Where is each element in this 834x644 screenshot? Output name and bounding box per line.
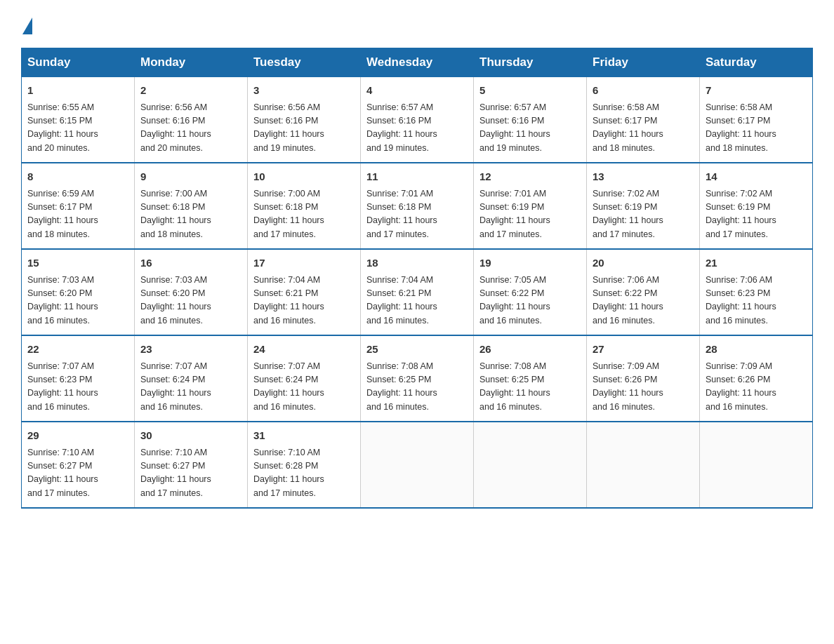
day-info: Sunrise: 7:04 AMSunset: 6:21 PMDaylight:… <box>253 274 355 328</box>
day-number: 30 <box>140 428 241 444</box>
day-number: 14 <box>706 169 807 185</box>
logo <box>21 14 32 34</box>
day-number: 18 <box>366 255 468 271</box>
calendar-cell: 31Sunrise: 7:10 AMSunset: 6:28 PMDayligh… <box>248 422 361 508</box>
calendar-cell: 11Sunrise: 7:01 AMSunset: 6:18 PMDayligh… <box>361 163 474 249</box>
calendar-cell: 6Sunrise: 6:58 AMSunset: 6:17 PMDaylight… <box>587 77 700 163</box>
day-info: Sunrise: 7:05 AMSunset: 6:22 PMDaylight:… <box>479 274 581 328</box>
day-number: 20 <box>593 255 694 271</box>
day-info: Sunrise: 7:00 AMSunset: 6:18 PMDaylight:… <box>140 187 241 242</box>
calendar-cell <box>587 422 700 508</box>
calendar-cell: 12Sunrise: 7:01 AMSunset: 6:19 PMDayligh… <box>474 163 587 249</box>
calendar-cell: 26Sunrise: 7:08 AMSunset: 6:25 PMDayligh… <box>474 335 587 422</box>
calendar-cell: 20Sunrise: 7:06 AMSunset: 6:22 PMDayligh… <box>587 249 700 335</box>
day-number: 27 <box>593 342 694 358</box>
col-header-wednesday: Wednesday <box>361 48 474 77</box>
calendar-cell: 21Sunrise: 7:06 AMSunset: 6:23 PMDayligh… <box>700 249 813 335</box>
calendar-cell: 17Sunrise: 7:04 AMSunset: 6:21 PMDayligh… <box>248 249 361 335</box>
day-info: Sunrise: 7:07 AMSunset: 6:24 PMDaylight:… <box>140 360 241 415</box>
calendar-week-row: 29Sunrise: 7:10 AMSunset: 6:27 PMDayligh… <box>22 422 813 508</box>
day-number: 28 <box>706 342 807 358</box>
calendar-cell: 13Sunrise: 7:02 AMSunset: 6:19 PMDayligh… <box>587 163 700 249</box>
day-info: Sunrise: 6:57 AMSunset: 6:16 PMDaylight:… <box>479 101 581 156</box>
day-info: Sunrise: 6:59 AMSunset: 6:17 PMDaylight:… <box>27 187 128 242</box>
col-header-tuesday: Tuesday <box>248 48 361 77</box>
calendar-cell <box>700 422 813 508</box>
calendar-cell <box>474 422 587 508</box>
day-number: 31 <box>253 428 355 444</box>
day-info: Sunrise: 6:58 AMSunset: 6:17 PMDaylight:… <box>706 101 807 156</box>
day-number: 4 <box>366 83 468 99</box>
day-info: Sunrise: 7:01 AMSunset: 6:18 PMDaylight:… <box>366 187 468 242</box>
calendar-cell: 19Sunrise: 7:05 AMSunset: 6:22 PMDayligh… <box>474 249 587 335</box>
day-info: Sunrise: 7:07 AMSunset: 6:23 PMDaylight:… <box>27 360 128 415</box>
day-number: 23 <box>140 342 241 358</box>
day-info: Sunrise: 6:56 AMSunset: 6:16 PMDaylight:… <box>140 101 241 156</box>
day-number: 9 <box>140 169 241 185</box>
day-number: 11 <box>366 169 468 185</box>
day-number: 15 <box>27 255 128 271</box>
day-info: Sunrise: 7:02 AMSunset: 6:19 PMDaylight:… <box>593 187 694 242</box>
day-info: Sunrise: 7:03 AMSunset: 6:20 PMDaylight:… <box>27 274 128 328</box>
col-header-friday: Friday <box>587 48 700 77</box>
logo-triangle-icon <box>22 18 32 34</box>
day-info: Sunrise: 7:10 AMSunset: 6:27 PMDaylight:… <box>140 446 241 501</box>
calendar-cell: 28Sunrise: 7:09 AMSunset: 6:26 PMDayligh… <box>700 335 813 422</box>
calendar-week-row: 1Sunrise: 6:55 AMSunset: 6:15 PMDaylight… <box>22 77 813 163</box>
day-info: Sunrise: 7:03 AMSunset: 6:20 PMDaylight:… <box>140 274 241 328</box>
calendar-cell: 1Sunrise: 6:55 AMSunset: 6:15 PMDaylight… <box>22 77 135 163</box>
calendar-week-row: 8Sunrise: 6:59 AMSunset: 6:17 PMDaylight… <box>22 163 813 249</box>
day-info: Sunrise: 6:57 AMSunset: 6:16 PMDaylight:… <box>366 101 468 156</box>
day-info: Sunrise: 7:06 AMSunset: 6:22 PMDaylight:… <box>593 274 694 328</box>
day-info: Sunrise: 6:55 AMSunset: 6:15 PMDaylight:… <box>27 101 128 156</box>
day-number: 26 <box>479 342 581 358</box>
day-info: Sunrise: 6:58 AMSunset: 6:17 PMDaylight:… <box>593 101 694 156</box>
calendar-cell: 16Sunrise: 7:03 AMSunset: 6:20 PMDayligh… <box>135 249 248 335</box>
calendar-cell: 18Sunrise: 7:04 AMSunset: 6:21 PMDayligh… <box>361 249 474 335</box>
day-number: 3 <box>253 83 355 99</box>
calendar-cell: 8Sunrise: 6:59 AMSunset: 6:17 PMDaylight… <box>22 163 135 249</box>
day-number: 2 <box>140 83 241 99</box>
day-info: Sunrise: 7:10 AMSunset: 6:27 PMDaylight:… <box>27 446 128 501</box>
calendar-cell: 25Sunrise: 7:08 AMSunset: 6:25 PMDayligh… <box>361 335 474 422</box>
day-number: 19 <box>479 255 581 271</box>
day-number: 8 <box>27 169 128 185</box>
calendar-cell: 4Sunrise: 6:57 AMSunset: 6:16 PMDaylight… <box>361 77 474 163</box>
calendar-cell: 14Sunrise: 7:02 AMSunset: 6:19 PMDayligh… <box>700 163 813 249</box>
col-header-monday: Monday <box>135 48 248 77</box>
calendar-cell: 23Sunrise: 7:07 AMSunset: 6:24 PMDayligh… <box>135 335 248 422</box>
day-info: Sunrise: 7:00 AMSunset: 6:18 PMDaylight:… <box>253 187 355 242</box>
col-header-saturday: Saturday <box>700 48 813 77</box>
day-info: Sunrise: 7:08 AMSunset: 6:25 PMDaylight:… <box>479 360 581 415</box>
day-number: 13 <box>593 169 694 185</box>
calendar-cell: 10Sunrise: 7:00 AMSunset: 6:18 PMDayligh… <box>248 163 361 249</box>
calendar-cell: 7Sunrise: 6:58 AMSunset: 6:17 PMDaylight… <box>700 77 813 163</box>
page-header <box>21 14 813 34</box>
day-number: 1 <box>27 83 128 99</box>
day-info: Sunrise: 7:09 AMSunset: 6:26 PMDaylight:… <box>706 360 807 415</box>
day-info: Sunrise: 7:02 AMSunset: 6:19 PMDaylight:… <box>706 187 807 242</box>
day-info: Sunrise: 7:04 AMSunset: 6:21 PMDaylight:… <box>366 274 468 328</box>
day-info: Sunrise: 7:09 AMSunset: 6:26 PMDaylight:… <box>593 360 694 415</box>
calendar-cell: 24Sunrise: 7:07 AMSunset: 6:24 PMDayligh… <box>248 335 361 422</box>
day-number: 29 <box>27 428 128 444</box>
day-number: 10 <box>253 169 355 185</box>
calendar-table: SundayMondayTuesdayWednesdayThursdayFrid… <box>21 48 813 509</box>
calendar-cell: 5Sunrise: 6:57 AMSunset: 6:16 PMDaylight… <box>474 77 587 163</box>
calendar-week-row: 22Sunrise: 7:07 AMSunset: 6:23 PMDayligh… <box>22 335 813 422</box>
day-number: 5 <box>479 83 581 99</box>
day-number: 24 <box>253 342 355 358</box>
calendar-cell: 27Sunrise: 7:09 AMSunset: 6:26 PMDayligh… <box>587 335 700 422</box>
day-number: 16 <box>140 255 241 271</box>
calendar-cell: 15Sunrise: 7:03 AMSunset: 6:20 PMDayligh… <box>22 249 135 335</box>
calendar-cell <box>361 422 474 508</box>
day-info: Sunrise: 7:08 AMSunset: 6:25 PMDaylight:… <box>366 360 468 415</box>
calendar-cell: 9Sunrise: 7:00 AMSunset: 6:18 PMDaylight… <box>135 163 248 249</box>
calendar-cell: 2Sunrise: 6:56 AMSunset: 6:16 PMDaylight… <box>135 77 248 163</box>
day-number: 7 <box>706 83 807 99</box>
calendar-cell: 22Sunrise: 7:07 AMSunset: 6:23 PMDayligh… <box>22 335 135 422</box>
day-info: Sunrise: 6:56 AMSunset: 6:16 PMDaylight:… <box>253 101 355 156</box>
day-info: Sunrise: 7:10 AMSunset: 6:28 PMDaylight:… <box>253 446 355 501</box>
day-number: 6 <box>593 83 694 99</box>
day-info: Sunrise: 7:01 AMSunset: 6:19 PMDaylight:… <box>479 187 581 242</box>
